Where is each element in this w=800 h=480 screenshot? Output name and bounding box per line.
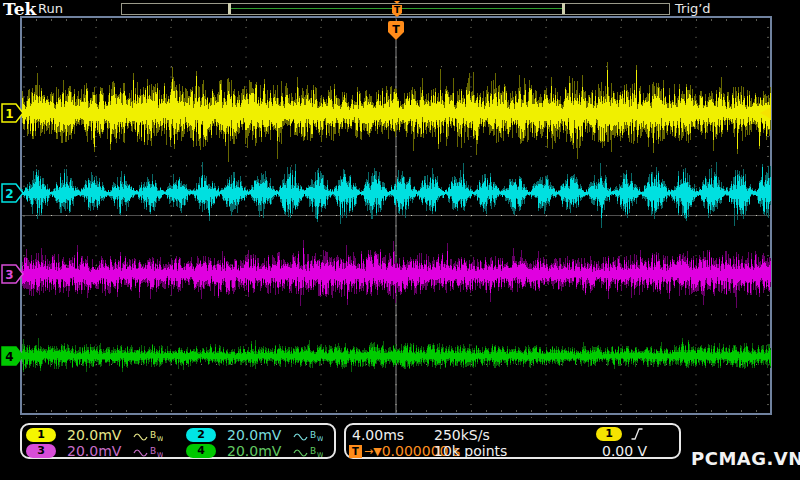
channel-1-scale: 20.0mV <box>67 427 131 443</box>
trigger-marker-letter: T <box>394 5 401 15</box>
waveform-display: 1234 <box>0 0 800 480</box>
svg-text:W: W <box>317 450 323 458</box>
svg-text:B: B <box>150 446 156 456</box>
svg-text:W: W <box>157 434 163 442</box>
record-window-bracket-right <box>562 3 565 14</box>
channel-2-readout[interactable]: 2 20.0mV B W <box>186 427 323 442</box>
svg-text:B: B <box>310 446 316 456</box>
svg-text:B: B <box>150 430 156 440</box>
channel-2-scale: 20.0mV <box>227 427 291 443</box>
trigger-flag-letter: T <box>392 23 400 36</box>
channel-3-marker-number: 3 <box>5 268 13 282</box>
timebase-readout[interactable]: 4.00ms <box>352 427 404 443</box>
channel-4-scale: 20.0mV <box>227 443 291 459</box>
svg-text:W: W <box>317 434 323 442</box>
trigger-position-marker-icon[interactable]: T <box>390 1 404 18</box>
channel-3-readout[interactable]: 3 20.0mV B W <box>26 443 163 458</box>
trigger-level-readout[interactable]: 0.00 V <box>602 443 647 459</box>
arrow-right-icon: → <box>364 445 373 458</box>
channel-3-scale: 20.0mV <box>67 443 131 459</box>
trigger-position-flag[interactable]: T <box>387 20 405 41</box>
channel-1-badge: 1 <box>26 428 56 442</box>
channel-1-coupling-bandwidth-icon: B W <box>133 428 163 442</box>
channel-3-coupling-bandwidth-icon: B W <box>133 444 163 458</box>
trigger-source-readout[interactable]: 1 <box>596 427 644 441</box>
acquisition-status: Run <box>38 1 63 16</box>
channel-1-marker-number: 1 <box>5 107 13 121</box>
sample-rate-readout: 250kS/s <box>434 427 490 443</box>
horizontal-trigger-readouts-box: 4.00ms 250kS/s 1 T → ▼ 0.000000 s 10k po… <box>344 423 681 459</box>
trigger-delay-t-icon: T <box>349 445 362 458</box>
channel-3-badge: 3 <box>26 444 56 458</box>
watermark: PCMAG.VN <box>691 448 800 469</box>
channel-1-readout[interactable]: 1 20.0mV B W <box>26 427 163 442</box>
trigger-source-badge: 1 <box>596 427 622 441</box>
channel-4-badge: 4 <box>186 444 216 458</box>
record-view-bar[interactable]: T <box>121 3 670 15</box>
channel-2-marker-number: 2 <box>5 187 13 201</box>
channel-4-coupling-bandwidth-icon: B W <box>293 444 323 458</box>
trigger-slope-rising-icon <box>630 427 644 441</box>
trigger-status: Trig’d <box>675 1 711 16</box>
svg-text:W: W <box>157 450 163 458</box>
arrow-down-icon: ▼ <box>373 445 381 458</box>
svg-text:B: B <box>310 430 316 440</box>
channel-readouts-box: 1 20.0mV B W 2 20.0mV B W 3 20.0mV B W <box>20 423 336 459</box>
channel-4-readout[interactable]: 4 20.0mV B W <box>186 443 323 458</box>
channel-2-coupling-bandwidth-icon: B W <box>293 428 323 442</box>
channel-2-badge: 2 <box>186 428 216 442</box>
oscilloscope-screen: 1234 Tek Run T Trig’d T 1 20.0mV B W 2 2… <box>0 0 800 480</box>
tek-logo: Tek <box>3 0 36 19</box>
channel-4-marker-number: 4 <box>5 350 13 364</box>
record-length-readout: 10k points <box>434 443 507 459</box>
